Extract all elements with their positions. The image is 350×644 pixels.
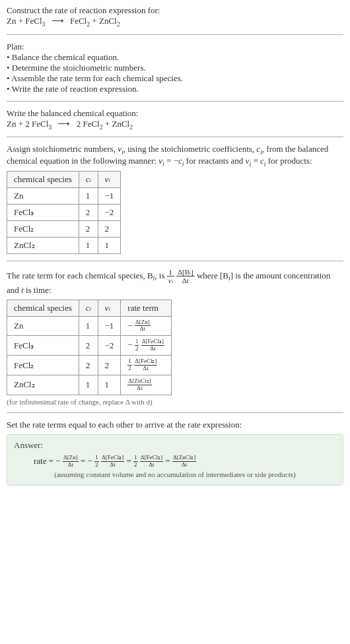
frac-den: νᵢ	[167, 276, 174, 284]
plan-heading: Plan:	[7, 42, 343, 52]
unbalanced-equation: Zn + FeCl3 ⟶ FeCl2 + ZnCl2	[7, 16, 343, 28]
td: 2	[79, 356, 98, 375]
frac-den: 2	[94, 462, 99, 468]
stoich-section: Assign stoichiometric numbers, νi, using…	[7, 144, 343, 254]
eq-sub: 2	[129, 123, 133, 130]
t: for reactants and	[184, 156, 246, 166]
answer-label: Answer:	[14, 440, 336, 451]
table-row: ZnCl₂11	[7, 238, 121, 254]
frac-den: Δt	[63, 462, 79, 468]
td: 2	[98, 356, 121, 375]
td: Zn	[7, 188, 79, 205]
th: chemical species	[7, 172, 79, 188]
td: 1	[79, 188, 98, 205]
td: 1	[79, 316, 98, 336]
th-text: νᵢ	[105, 174, 110, 184]
table-header-row: chemical species cᵢ νᵢ	[7, 172, 121, 188]
final-section: Set the rate terms equal to each other t…	[7, 420, 343, 486]
t: is time:	[24, 285, 52, 295]
fraction: Δ[FeCl₃]Δt	[141, 338, 164, 352]
frac-den: 2	[133, 462, 138, 468]
td: ZnCl₂	[7, 238, 79, 254]
plan-text: Assemble the rate term for each chemical…	[11, 73, 183, 83]
final-heading: Set the rate terms equal to each other t…	[7, 420, 343, 430]
td: Δ[ZnCl₂]Δt	[121, 375, 172, 395]
t: , using the stoichiometric coefficients,	[123, 144, 257, 154]
stoich-table: chemical species cᵢ νᵢ Zn1−1 FeCl₃2−2 Fe…	[7, 171, 121, 254]
balanced-equation: Zn + 2 FeCl3 ⟶ 2 FeCl2 + ZnCl2	[7, 119, 343, 131]
sign: −	[127, 340, 132, 350]
balanced-section: Write the balanced chemical equation: Zn…	[7, 108, 343, 131]
td: FeCl₂	[7, 221, 79, 238]
frac-num: 1	[94, 455, 99, 462]
sign: −	[127, 321, 132, 331]
plan-section: Plan: • Balance the chemical equation. •…	[7, 42, 343, 94]
eq-sub: 3	[48, 123, 52, 130]
fraction: 1νᵢ	[167, 268, 174, 284]
td: −1	[98, 316, 121, 336]
eq-text: Zn + 2 FeCl	[7, 119, 48, 129]
td: 2	[79, 221, 98, 238]
td: 1	[79, 375, 98, 395]
td: ZnCl₂	[7, 375, 79, 395]
eq-text: + ZnCl	[90, 16, 117, 26]
rateterm-text: The rate term for each chemical species,…	[7, 268, 343, 295]
divider	[7, 412, 343, 413]
td: 2	[98, 221, 121, 238]
fraction: 12	[135, 338, 139, 352]
td: 1	[79, 238, 98, 254]
intro-section: Construct the rate of reaction expressio…	[7, 5, 343, 28]
neg-sign: −	[88, 456, 92, 466]
th: cᵢ	[79, 300, 98, 316]
eq-sub: 3	[42, 20, 46, 28]
frac-num: Δ[ZnCl₂]	[172, 455, 196, 462]
frac-den: Δt	[176, 276, 195, 284]
intro-prompt: Construct the rate of reaction expressio…	[7, 5, 343, 16]
table-row: ZnCl₂ 1 1 Δ[ZnCl₂]Δt	[7, 375, 172, 395]
eq-sub: 2	[117, 20, 120, 28]
t: =	[251, 156, 260, 166]
td: −2	[98, 205, 121, 221]
eq-text: FeCl	[70, 16, 87, 26]
eq-sign: =	[165, 456, 172, 466]
fraction: Δ[Zn]Δt	[63, 455, 79, 468]
table-row: Zn1−1	[7, 188, 121, 205]
frac-den: Δt	[101, 462, 124, 468]
fraction: 12	[94, 455, 99, 468]
table-row: Zn 1 −1 − Δ[Zn]Δt	[7, 316, 172, 336]
fraction: Δ[FeCl₃]Δt	[101, 455, 124, 468]
th-text: νᵢ	[105, 303, 110, 313]
eq-text: + ZnCl	[103, 119, 130, 129]
eq-sign: =	[126, 456, 133, 466]
plan-text: Determine the stoichiometric numbers.	[12, 63, 146, 73]
t: where [B	[197, 271, 228, 280]
td: FeCl₃	[7, 336, 79, 356]
th: νᵢ	[98, 172, 121, 188]
th: chemical species	[7, 300, 79, 316]
divider	[7, 261, 343, 261]
td: 2	[79, 205, 98, 221]
rateterm-section: The rate term for each chemical species,…	[7, 268, 343, 405]
td: FeCl₃	[7, 205, 79, 221]
frac-num: Δ[Bᵢ]	[176, 268, 195, 276]
td: − 12 Δ[FeCl₃]Δt	[121, 336, 172, 356]
frac-den: Δt	[127, 385, 151, 392]
rateterm-note: (for infinitesimal rate of change, repla…	[7, 398, 343, 406]
frac-num: Δ[FeCl₂]	[140, 455, 163, 462]
fraction: 12	[133, 455, 138, 468]
rate-text: rate = −	[34, 456, 61, 466]
answer-note: (assuming constant volume and no accumul…	[14, 470, 336, 478]
fraction: Δ[FeCl₂]Δt	[134, 358, 157, 372]
plan-item: • Assemble the rate term for each chemic…	[7, 73, 343, 84]
td: 12 Δ[FeCl₂]Δt	[121, 356, 172, 375]
table-header-row: chemical species cᵢ νᵢ rate term	[7, 300, 172, 316]
frac-num: Δ[Zn]	[63, 455, 79, 462]
t: for products:	[265, 156, 312, 166]
divider	[7, 137, 343, 137]
fraction: Δ[Bᵢ]Δt	[176, 268, 195, 284]
t: = −	[164, 156, 178, 166]
td: 1	[98, 375, 121, 395]
th: cᵢ	[79, 172, 98, 188]
frac-num: 1	[167, 268, 174, 276]
td: FeCl₂	[7, 356, 79, 375]
